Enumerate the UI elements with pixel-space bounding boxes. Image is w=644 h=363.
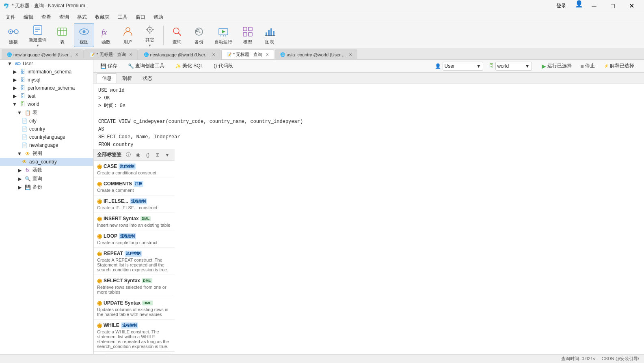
- sidebar-label-queries: 查询: [32, 175, 42, 182]
- menu-view[interactable]: 查看: [37, 13, 55, 21]
- maximize-button[interactable]: □: [603, 0, 622, 12]
- stop-icon: ■: [581, 63, 584, 69]
- svg-point-37: [18, 62, 20, 65]
- toolbar-table[interactable]: 表: [52, 23, 72, 47]
- sidebar-item-asia-country[interactable]: 👁 asia_country: [0, 158, 93, 166]
- tab-close-4[interactable]: ✕: [266, 52, 269, 57]
- menu-format[interactable]: 格式: [73, 13, 91, 21]
- app-icon: 🐬: [3, 3, 9, 9]
- toolbar-view[interactable]: 视图: [74, 23, 94, 47]
- db-selector[interactable]: 🗄 world ▼: [489, 62, 532, 71]
- db-icon-world: 🗄: [19, 101, 26, 107]
- output-line-7: FROM country: [98, 141, 639, 149]
- stop-button[interactable]: ■ 停止: [577, 61, 598, 71]
- sidebar-item-functions-folder[interactable]: ▶ fx 函数: [0, 166, 93, 174]
- sidebar-item-tables-folder[interactable]: ▼ 📋 表: [0, 108, 93, 117]
- tab-close-1[interactable]: ✕: [75, 52, 78, 57]
- db-select-box[interactable]: world ▼: [495, 62, 532, 71]
- user-select-box[interactable]: User ▼: [443, 62, 483, 71]
- toolbar-new-query[interactable]: 新建查询 ▼: [25, 21, 50, 49]
- tab-close-2[interactable]: ✕: [129, 52, 132, 57]
- sidebar: ▼ User ▶ 🗄 information_schema ▶ 🗄 mysql …: [0, 60, 93, 363]
- sidebar-item-newlanguage[interactable]: 📄 newlanguage: [0, 141, 93, 149]
- sidebar-label-city: city: [29, 118, 37, 124]
- snippet-icon-case: ◉: [97, 163, 102, 170]
- info-icon[interactable]: ⓘ: [124, 151, 132, 159]
- views-folder-icon: 👁: [24, 150, 31, 157]
- save-button[interactable]: 💾 保存: [97, 61, 121, 71]
- explain-button[interactable]: ⚡ 解释已选择: [601, 61, 638, 71]
- svg-point-39: [16, 63, 17, 64]
- login-button[interactable]: 登录: [549, 0, 573, 12]
- snippet-desc-loop: Create a simple loop construct: [97, 240, 171, 245]
- sidebar-item-user[interactable]: ▼ User: [0, 60, 93, 68]
- tab-asia-country[interactable]: 🌐 asia_country @world (User ... ✕: [275, 49, 357, 59]
- bottom-tab-profile[interactable]: 剖析: [117, 73, 137, 83]
- title-bar-left: 🐬 * 无标题 - 查询 - Navicat Premium: [3, 2, 85, 9]
- tab-untitled-1[interactable]: 📝 * 无标题 - 查询 ✕: [84, 49, 137, 59]
- snippet-case[interactable]: ◉ CASE 流程控制 Create a conditional constru…: [94, 161, 175, 178]
- tab-untitled-2[interactable]: 📝 * 无标题 - 查询 ✕: [221, 49, 274, 59]
- user-selector[interactable]: 👤 User ▼: [435, 62, 483, 71]
- toolbar-query[interactable]: 查询: [167, 23, 187, 47]
- query-toolbar: 💾 保存 🔧 查询创建工具 ✨ 美化 SQL () 代码段 👤 User ▼: [93, 60, 644, 73]
- bottom-tab-info[interactable]: 信息: [97, 73, 117, 83]
- eye-icon[interactable]: ◉: [134, 151, 142, 159]
- minimize-button[interactable]: ─: [585, 0, 603, 12]
- toolbar-backup[interactable]: 备份: [189, 23, 209, 47]
- menu-file[interactable]: 文件: [2, 13, 19, 21]
- beautify-sql-button[interactable]: ✨ 美化 SQL: [171, 61, 207, 71]
- sidebar-item-country[interactable]: 📄 country: [0, 125, 93, 133]
- sidebar-item-world[interactable]: ▼ 🗄 world: [0, 100, 93, 108]
- dropdown-arrow-rp[interactable]: ▼: [163, 151, 171, 159]
- menu-window[interactable]: 窗口: [132, 13, 149, 21]
- menu-query[interactable]: 查询: [55, 13, 73, 21]
- toolbar-model[interactable]: 模型: [238, 23, 258, 47]
- snippet-name-while: ◉ WHILE 流程控制: [97, 322, 171, 329]
- snippet-while[interactable]: ◉ WHILE 流程控制 Create a WHILE construct. T…: [94, 320, 175, 352]
- sidebar-item-test[interactable]: ▶ 🗄 test: [0, 92, 93, 100]
- menu-help[interactable]: 帮助: [149, 13, 167, 21]
- toolbar-connect[interactable]: 连接: [3, 23, 24, 47]
- bottom-tab-status[interactable]: 状态: [137, 73, 158, 83]
- toolbar-user[interactable]: 用户: [118, 23, 138, 47]
- toolbar-function[interactable]: fx 函数: [96, 23, 116, 47]
- snippet-if-else[interactable]: ◉ IF...ELSE... 流程控制 Create a IF...ELSE..…: [94, 195, 175, 213]
- brackets-icon[interactable]: (): [144, 151, 152, 159]
- tab-newlanguage-2[interactable]: 🌐 newlanguage @world (User... ✕: [138, 49, 220, 59]
- tab-close-3[interactable]: ✕: [212, 52, 215, 57]
- toolbar-chart[interactable]: 图表: [259, 23, 280, 47]
- menu-favorites[interactable]: 收藏夹: [91, 13, 114, 21]
- menu-tools[interactable]: 工具: [114, 13, 132, 21]
- query-builder-button[interactable]: 🔧 查询创建工具: [124, 61, 168, 71]
- sidebar-label-functions: 函数: [32, 167, 42, 174]
- grid-icon[interactable]: ⊞: [153, 151, 162, 159]
- expand-icon-functions: ▶: [16, 167, 23, 174]
- snippet-repeat[interactable]: ◉ REPEAT 流程控制 Create A REPEAT construct.…: [94, 248, 175, 275]
- svg-line-23: [178, 33, 181, 35]
- tab-close-5[interactable]: ✕: [349, 52, 352, 57]
- snippet-comments[interactable]: ◉ COMMENTS 注释 Create a comment: [94, 178, 175, 195]
- sidebar-item-views-folder[interactable]: ▼ 👁 视图: [0, 149, 93, 158]
- snippet-desc-if-else: Create a IF...ELSE... construct: [97, 205, 171, 210]
- sidebar-item-countrylanguage[interactable]: 📄 countrylanguage: [0, 133, 93, 141]
- snippet-loop[interactable]: ◉ LOOP 流程控制 Create a simple loop constru…: [94, 230, 175, 248]
- snippet-insert[interactable]: ◉ INSERT Syntax DML Insert new rows into…: [94, 213, 175, 230]
- close-button[interactable]: ✕: [622, 0, 641, 12]
- toolbar-auto-run[interactable]: 自动运行: [211, 23, 236, 47]
- menu-edit[interactable]: 编辑: [19, 13, 37, 21]
- sidebar-item-performance-schema[interactable]: ▶ 🗄 performance_schema: [0, 84, 93, 92]
- sidebar-item-mysql[interactable]: ▶ 🗄 mysql: [0, 76, 93, 84]
- db-icon-information: 🗄: [19, 69, 26, 75]
- run-selected-button[interactable]: ▶ 运行已选择: [538, 61, 575, 71]
- sidebar-item-backups-folder[interactable]: ▶ 💾 备份: [0, 183, 93, 191]
- tab-newlanguage-1[interactable]: 🌐 newlanguage @world (User... ✕: [2, 49, 84, 59]
- snippet-update[interactable]: ◉ UPDATE Syntax DML Updates columns of e…: [94, 297, 175, 320]
- toolbar-other[interactable]: 其它 ▼: [140, 21, 160, 49]
- sidebar-item-city[interactable]: 📄 city: [0, 117, 93, 125]
- snippet-select[interactable]: ◉ SELECT Syntax DML Retrieve rows select…: [94, 275, 175, 297]
- right-panel: 全部标签签 ⓘ ◉ () ⊞ ▼ ◉ CASE 流程控制 Cr: [93, 149, 175, 363]
- code-snippet-button[interactable]: () 代码段: [210, 61, 236, 71]
- sidebar-item-information-schema[interactable]: ▶ 🗄 information_schema: [0, 68, 93, 76]
- sidebar-item-queries-folder[interactable]: ▶ 🔍 查询: [0, 174, 93, 183]
